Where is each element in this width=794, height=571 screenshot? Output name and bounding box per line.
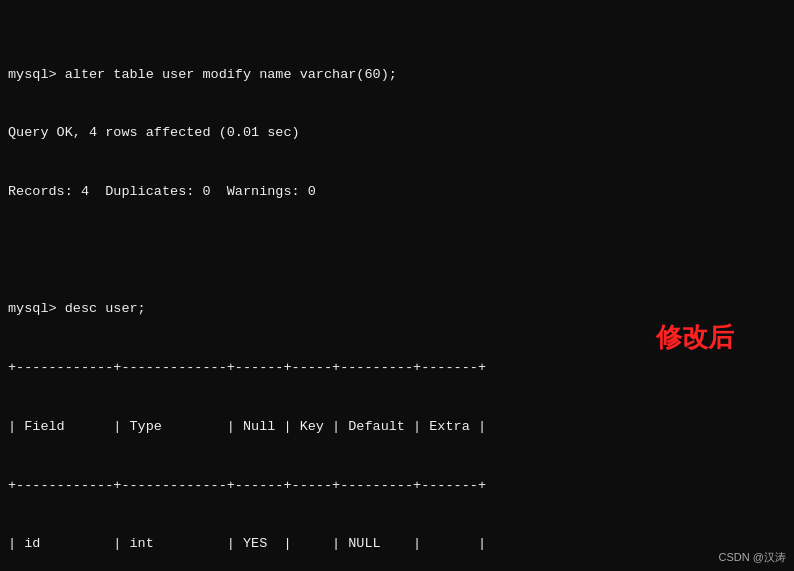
line-5: mysql> desc user;: [8, 299, 786, 319]
line-6: +------------+-------------+------+-----…: [8, 358, 786, 378]
line-4: [8, 241, 786, 261]
red-label: 修改后: [656, 320, 734, 355]
line-3: Records: 4 Duplicates: 0 Warnings: 0: [8, 182, 786, 202]
line-7: | Field | Type | Null | Key | Default | …: [8, 417, 786, 437]
line-2: Query OK, 4 rows affected (0.01 sec): [8, 123, 786, 143]
terminal: mysql> alter table user modify name varc…: [0, 0, 794, 571]
watermark: CSDN @汉涛: [719, 550, 786, 565]
line-9: | id | int | YES | | NULL | |: [8, 534, 786, 554]
line-8: +------------+-------------+------+-----…: [8, 476, 786, 496]
line-1: mysql> alter table user modify name varc…: [8, 65, 786, 85]
